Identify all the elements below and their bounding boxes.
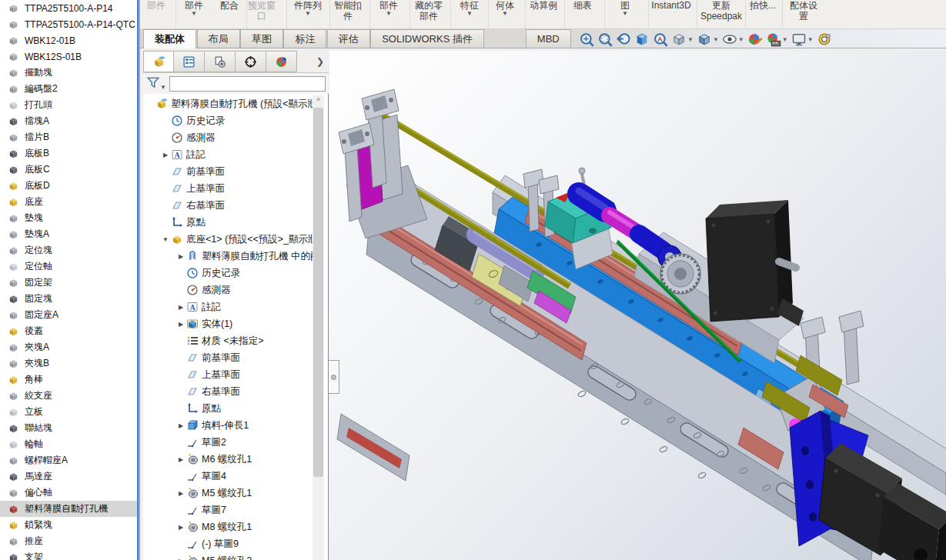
parts-list-item[interactable]: TTPA25T5100-A-P14-QTC bbox=[0, 16, 137, 32]
dropdown-caret-icon[interactable]: ▼ bbox=[782, 36, 788, 43]
tree-item[interactable]: 上基準面 bbox=[143, 366, 313, 383]
tree-item[interactable]: 右基準面 bbox=[143, 197, 313, 214]
tab-SOLIDWORKS 插件[interactable]: SOLIDWORKS 插件 bbox=[370, 29, 484, 48]
tab-评估[interactable]: 评估 bbox=[327, 29, 370, 48]
dropdown-caret-icon[interactable]: ▼ bbox=[599, 11, 651, 17]
tree-item[interactable]: (-) 草圖9 bbox=[143, 535, 313, 552]
tree-item[interactable]: 草圖7 bbox=[143, 502, 313, 518]
parts-list-item[interactable]: 角棒 bbox=[0, 372, 137, 388]
parts-list-item[interactable]: 固定架 bbox=[0, 275, 137, 291]
edit-appearance-button[interactable] bbox=[747, 32, 763, 47]
panel-divider[interactable] bbox=[137, 0, 140, 560]
tree-item[interactable]: 材质 <未指定> bbox=[143, 332, 313, 349]
tree-item[interactable]: 原點 bbox=[143, 214, 313, 231]
assembly-3d-view[interactable] bbox=[329, 51, 946, 560]
tab-MBD[interactable]: MBD bbox=[526, 29, 571, 48]
tree-item[interactable]: ▶填料-伸長1 bbox=[143, 417, 313, 434]
panel-expand-chevron-icon[interactable]: ❯ bbox=[312, 51, 329, 72]
tree-item[interactable]: 右基準面 bbox=[143, 383, 313, 400]
tree-expander-icon[interactable]: ▶ bbox=[177, 321, 185, 328]
parts-list-item[interactable]: 聯結塊 bbox=[0, 420, 137, 436]
tree-item[interactable]: 草圖4 bbox=[143, 468, 313, 485]
dynamic-annotation-button[interactable]: A bbox=[653, 32, 668, 47]
parts-list-item[interactable]: 擺動塊 bbox=[0, 65, 137, 81]
graphics-viewport[interactable] bbox=[329, 51, 946, 560]
parts-list-item[interactable]: 後蓋 bbox=[0, 323, 137, 339]
apply-scene-button[interactable]: ▼ bbox=[766, 32, 788, 47]
display-style-button[interactable]: ▼ bbox=[697, 32, 719, 47]
parts-list-item[interactable]: 固定座A bbox=[0, 307, 137, 323]
tab-布局[interactable]: 布局 bbox=[197, 29, 240, 48]
scroll-up-arrow[interactable]: ^ bbox=[313, 95, 324, 107]
tree-item[interactable]: 历史记录 bbox=[143, 265, 313, 282]
fm-tab-displaymanager[interactable] bbox=[266, 51, 297, 72]
tree-item[interactable]: ▶*M6 螺纹孔1 bbox=[143, 451, 313, 468]
parts-list-item[interactable]: 固定塊 bbox=[0, 291, 137, 307]
tree-expander-icon[interactable]: ▶ bbox=[177, 304, 185, 311]
parts-list-item[interactable]: 立板 bbox=[0, 404, 137, 420]
parts-list-item[interactable]: 塑料薄膜自動打孔機 bbox=[0, 501, 137, 517]
tree-item[interactable]: 原點 bbox=[143, 400, 313, 417]
tree-item[interactable]: 历史记录 bbox=[143, 112, 313, 129]
tree-item[interactable]: 感測器 bbox=[143, 129, 313, 146]
fm-tab-featuremanager-tree[interactable] bbox=[143, 51, 174, 72]
tree-item[interactable]: 上基準面 bbox=[143, 180, 313, 197]
parts-list-item[interactable]: 馬達座 bbox=[0, 468, 137, 485]
parts-list-item[interactable]: 絞支座 bbox=[0, 388, 137, 404]
tree-item[interactable]: 塑料薄膜自動打孔機 (預設<顯示狀態 bbox=[143, 95, 313, 112]
tree-expander-icon[interactable]: ▶ bbox=[177, 456, 185, 463]
dropdown-caret-icon[interactable]: ▼ bbox=[807, 36, 814, 43]
tree-expander-icon[interactable]: ▶ bbox=[162, 152, 169, 158]
tree-expander-icon[interactable]: ▶ bbox=[177, 253, 185, 260]
snapshot-camera-button[interactable] bbox=[817, 32, 832, 47]
tree-expander-icon[interactable]: ▶ bbox=[177, 490, 185, 497]
hide-show-items-button[interactable]: ▼ bbox=[722, 32, 744, 47]
parts-list-item[interactable]: 擋塊A bbox=[0, 113, 137, 129]
tree-expander-icon[interactable]: ▶ bbox=[177, 558, 185, 560]
dropdown-caret-icon[interactable]: ▼ bbox=[713, 36, 719, 43]
parts-list-item[interactable]: 鎖緊塊 bbox=[0, 517, 137, 533]
tree-item[interactable]: ▶实体(1) bbox=[143, 315, 313, 332]
previous-view-button[interactable] bbox=[616, 32, 631, 47]
filter-funnel-icon[interactable]: ▼ bbox=[146, 75, 166, 92]
parts-list-item[interactable]: 底板B bbox=[0, 145, 137, 162]
view-orientation-button[interactable]: ▼ bbox=[671, 32, 694, 47]
parts-list-item[interactable]: 墊塊A bbox=[0, 226, 137, 242]
tree-expander-icon[interactable]: ▶ bbox=[177, 524, 185, 531]
tree-item[interactable]: ▶*M5 螺纹孔2 bbox=[143, 552, 313, 560]
tab-装配体[interactable]: 装配体 bbox=[143, 29, 196, 48]
parts-list-item[interactable]: 打孔頭 bbox=[0, 97, 137, 113]
tree-item[interactable]: 前基準面 bbox=[143, 349, 313, 366]
fm-tab-dimxpertmanager[interactable] bbox=[236, 51, 266, 72]
ribbon-button[interactable]: Instant3D bbox=[645, 0, 697, 29]
tree-item[interactable]: ▼底座<1> (預設<<預設>_顯示狀 bbox=[143, 231, 313, 248]
parts-list-item[interactable]: 底板C bbox=[0, 162, 137, 178]
fm-tab-configurationmanager[interactable] bbox=[205, 51, 236, 72]
tree-item[interactable]: 草圖2 bbox=[143, 434, 313, 451]
parts-list-item[interactable]: 定位塊 bbox=[0, 242, 137, 258]
parts-list-item[interactable]: 夾塊B bbox=[0, 355, 137, 372]
parts-list-item[interactable]: 螺桿帽座A bbox=[0, 452, 137, 468]
tree-item[interactable]: 感測器 bbox=[143, 282, 313, 298]
parts-list-item[interactable]: 底座 bbox=[0, 194, 137, 210]
tree-expander-icon[interactable]: ▼ bbox=[162, 236, 169, 243]
dropdown-caret-icon[interactable]: ▼ bbox=[738, 36, 744, 43]
panel-collapse-handle[interactable] bbox=[329, 360, 339, 394]
dropdown-caret-icon[interactable]: ▼ bbox=[687, 36, 694, 43]
view-settings-button[interactable]: ▼ bbox=[791, 32, 814, 47]
tree-expander-icon[interactable]: ▶ bbox=[177, 422, 185, 429]
parts-list-item[interactable]: 擋片B bbox=[0, 129, 137, 145]
tree-filter-input[interactable] bbox=[169, 76, 326, 92]
parts-list-item[interactable]: 偏心軸 bbox=[0, 485, 137, 501]
ribbon-button[interactable]: 图▼ bbox=[599, 0, 651, 29]
parts-list-item[interactable]: 推座 bbox=[0, 533, 137, 549]
parts-list-item[interactable]: 支架 bbox=[0, 549, 137, 560]
parts-list-item[interactable]: 輪軸 bbox=[0, 436, 137, 452]
parts-list-item[interactable]: 墊塊 bbox=[0, 210, 137, 226]
zoom-to-area-button[interactable] bbox=[597, 32, 613, 47]
section-view-button[interactable] bbox=[634, 32, 650, 47]
tree-item[interactable]: 前基準面 bbox=[143, 163, 313, 180]
parts-list-item[interactable]: 夾塊A bbox=[0, 339, 137, 355]
tree-item[interactable]: ▶*M5 螺纹孔1 bbox=[143, 485, 313, 502]
fm-tab-propertymanager[interactable] bbox=[174, 51, 205, 72]
